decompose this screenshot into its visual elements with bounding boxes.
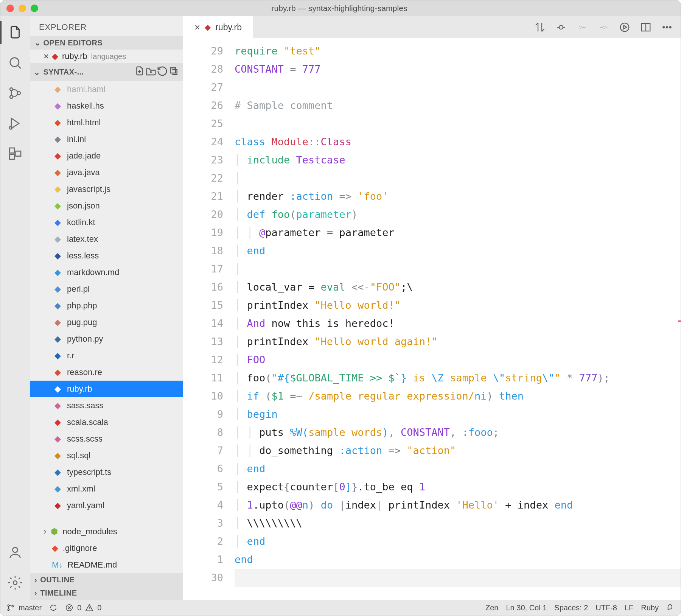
code-line[interactable]: │ include Testcase [235, 151, 681, 169]
tree-item[interactable]: ◆yaml.yaml [30, 497, 183, 514]
settings-activity-icon[interactable] [7, 575, 23, 591]
close-icon[interactable]: × [194, 22, 200, 33]
search-activity-icon[interactable] [7, 55, 23, 71]
status-feedback-icon[interactable] [666, 604, 675, 612]
code-line[interactable]: │ 1.upto(@@n) do |index| printIndex 'Hel… [235, 496, 681, 514]
editor-tab[interactable]: × ◆ ruby.rb [183, 16, 253, 38]
code-line[interactable]: class Module::Class [235, 133, 681, 151]
tree-readme[interactable]: M↓ README.md [30, 557, 183, 573]
tree-item[interactable]: ◆haskell.hs [30, 98, 183, 114]
code-line[interactable]: │ printIndex "Hello world!" [235, 296, 681, 314]
code-line[interactable]: │ And now this is heredoc! [235, 314, 681, 333]
outline-section[interactable]: › OUTLINE [30, 573, 183, 586]
tree-item[interactable]: ◆php.php [30, 297, 183, 314]
tree-item[interactable]: ◆xml.xml [30, 481, 183, 497]
folder-header[interactable]: ⌄ SYNTAX-... [30, 63, 183, 81]
status-zen[interactable]: Zen [485, 604, 498, 612]
tree-item[interactable]: ◆kotlin.kt [30, 214, 183, 231]
code-line[interactable]: │ expect{counter[0]}.to_be eq 1 [235, 478, 681, 496]
explorer-activity-icon[interactable] [7, 25, 23, 40]
code-line[interactable]: │ printIndex "Hello world again!" [235, 333, 681, 351]
status-cursor[interactable]: Ln 30, Col 1 [506, 604, 547, 612]
code-editor[interactable]: 2928272625242322212019181716151413121110… [183, 38, 681, 600]
compare-changes-icon[interactable] [534, 21, 546, 33]
tree-item[interactable]: ◆json.json [30, 198, 183, 214]
file-tree[interactable]: ◆haml.haml◆haskell.hs◆html.html◆ini.ini◆… [30, 81, 183, 523]
tree-item[interactable]: ◆scala.scala [30, 414, 183, 431]
code-line[interactable]: │ [235, 169, 681, 187]
tree-item[interactable]: ◆less.less [30, 247, 183, 264]
code-line[interactable]: │ \\\\\\\\\ [235, 514, 681, 532]
tree-item[interactable]: ◆haml.haml [30, 81, 183, 98]
run-icon[interactable] [619, 21, 631, 33]
code-content[interactable]: require "test"CONSTANT = 777# Sample com… [232, 38, 681, 600]
tree-item[interactable]: ◆html.html [30, 114, 183, 131]
code-line[interactable]: │ │ @parameter = parameter [235, 224, 681, 242]
tree-item[interactable]: ◆sql.sql [30, 447, 183, 464]
code-line[interactable]: │ end [235, 460, 681, 478]
more-icon[interactable] [661, 21, 673, 33]
code-line[interactable]: │ begin [235, 405, 681, 423]
status-problems[interactable]: 0 0 [65, 604, 101, 612]
status-language[interactable]: Ruby [641, 604, 659, 612]
open-editor-item[interactable]: × ◆ ruby.rb languages [30, 50, 183, 63]
tree-node-modules[interactable]: › ⬢ node_modules [30, 523, 183, 540]
status-eol[interactable]: LF [625, 604, 633, 612]
minimize-window-button[interactable] [19, 5, 26, 12]
fullscreen-window-button[interactable] [31, 5, 38, 12]
account-activity-icon[interactable] [7, 544, 23, 560]
status-spaces[interactable]: Spaces: 2 [554, 604, 588, 612]
open-editors-section[interactable]: ⌄ OPEN EDITORS [30, 36, 183, 50]
status-branch[interactable]: master [6, 604, 42, 612]
new-folder-icon[interactable] [145, 65, 157, 79]
status-sync[interactable] [49, 604, 58, 612]
code-line[interactable]: │ [235, 260, 681, 278]
code-line[interactable] [235, 569, 681, 587]
collapse-all-icon[interactable] [168, 65, 179, 79]
code-line[interactable]: │ FOO [235, 351, 681, 369]
tree-item[interactable]: ◆perl.pl [30, 281, 183, 297]
tree-item[interactable]: ◆markdown.md [30, 264, 183, 281]
code-line[interactable]: │ │ do_something :action => "action" [235, 442, 681, 460]
tree-item[interactable]: ◆typescript.ts [30, 464, 183, 481]
close-window-button[interactable] [6, 5, 14, 12]
refresh-icon[interactable] [157, 65, 168, 79]
code-line[interactable]: │ foo("#{$GLOBAL_TIME >> $`} is \Z sampl… [235, 369, 681, 387]
timeline-section[interactable]: › TIMELINE [30, 586, 183, 600]
split-editor-icon[interactable] [640, 21, 652, 33]
prev-change-icon[interactable] [576, 21, 588, 33]
tree-item[interactable]: ◆latex.tex [30, 231, 183, 247]
close-icon[interactable]: × [44, 51, 49, 62]
code-line[interactable]: │ end [235, 242, 681, 260]
tree-item[interactable]: ◆r.r [30, 347, 183, 364]
tree-item[interactable]: ◆ini.ini [30, 131, 183, 148]
next-change-icon[interactable] [597, 21, 609, 33]
new-file-icon[interactable] [134, 65, 145, 79]
code-line[interactable]: │ if ($1 =~ /sample regular expression/n… [235, 387, 681, 405]
code-line[interactable]: │ │ puts %W(sample words), CONSTANT, :fo… [235, 423, 681, 442]
tree-item[interactable]: ◆javascript.js [30, 181, 183, 198]
code-line[interactable]: │ render :action => 'foo' [235, 187, 681, 205]
code-line[interactable]: # Sample comment [235, 96, 681, 115]
code-line[interactable]: CONSTANT = 777 [235, 60, 681, 78]
run-debug-activity-icon[interactable] [7, 115, 23, 131]
code-line[interactable]: end [235, 551, 681, 569]
code-line[interactable] [235, 115, 681, 133]
tree-gitignore[interactable]: ◆ .gitignore [30, 540, 183, 557]
tree-item[interactable]: ◆scss.scss [30, 431, 183, 447]
tree-item[interactable]: ◆python.py [30, 331, 183, 347]
tree-item[interactable]: ◆jade.jade [30, 148, 183, 164]
code-line[interactable]: require "test" [235, 42, 681, 60]
status-encoding[interactable]: UTF-8 [595, 604, 617, 612]
open-changes-icon[interactable] [555, 21, 567, 33]
tree-item[interactable]: ◆ruby.rb [30, 381, 183, 397]
tree-item[interactable]: ◆java.java [30, 164, 183, 181]
code-line[interactable]: │ local_var = eval <<-"FOO";\ [235, 278, 681, 296]
tree-item[interactable]: ◆sass.sass [30, 397, 183, 414]
code-line[interactable]: │ end [235, 532, 681, 551]
tree-item[interactable]: ◆reason.re [30, 364, 183, 381]
tree-item[interactable]: ◆pug.pug [30, 314, 183, 331]
extensions-activity-icon[interactable] [7, 146, 23, 162]
code-line[interactable]: │ def foo(parameter) [235, 205, 681, 224]
sourcecontrol-activity-icon[interactable] [7, 85, 23, 101]
